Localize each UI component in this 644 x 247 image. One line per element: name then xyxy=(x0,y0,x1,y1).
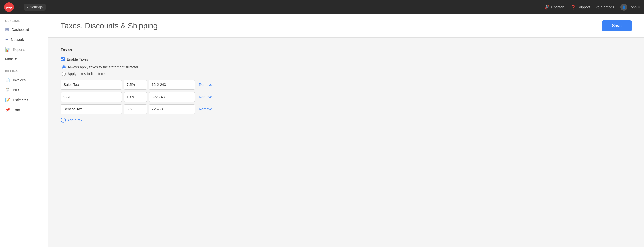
nav-actions: 🚀 Upgrade ❓ Support ⚙ Settings 👤 John ▾ xyxy=(544,4,640,11)
tax-code-input-2[interactable] xyxy=(149,92,195,102)
add-tax-button[interactable]: + Add a tax xyxy=(61,118,82,123)
sidebar-item-estimates-label: Estimates xyxy=(13,98,28,102)
track-icon: 📌 xyxy=(5,107,10,112)
invoices-icon: 📄 xyxy=(5,78,10,82)
sidebar-item-network[interactable]: ✦ Network xyxy=(0,34,48,44)
more-label: More xyxy=(5,57,13,61)
tax-name-input-1[interactable] xyxy=(61,80,122,90)
upgrade-action[interactable]: 🚀 Upgrade xyxy=(544,5,565,10)
upgrade-label: Upgrade xyxy=(551,5,565,9)
billing-section-title: BILLING xyxy=(0,70,48,75)
tax-rate-input-3[interactable] xyxy=(124,104,147,114)
enable-taxes-row: Enable Taxes xyxy=(61,57,632,61)
support-label: Support xyxy=(577,5,590,9)
taxes-section-title: Taxes xyxy=(61,48,632,52)
user-menu[interactable]: 👤 John ▾ xyxy=(620,4,640,11)
sidebar-item-dashboard[interactable]: ▦ Dashboard xyxy=(0,24,48,34)
sidebar-item-dashboard-label: Dashboard xyxy=(11,28,29,32)
tax-name-input-3[interactable] xyxy=(61,104,122,114)
radio-lineitems-label: Apply taxes to line items xyxy=(68,72,106,76)
radio-always-row: Always apply taxes to the statement subt… xyxy=(62,65,632,69)
tax-rate-input-1[interactable] xyxy=(124,80,147,90)
settings-action[interactable]: ⚙ Settings xyxy=(596,5,614,10)
sidebar-item-track[interactable]: 📌 Track xyxy=(0,105,48,115)
sidebar-divider xyxy=(0,67,48,67)
tax-rows: Remove Remove Remove xyxy=(61,80,632,114)
page-header: Taxes, Discounts & Shipping Save xyxy=(48,14,644,38)
sidebar-item-network-label: Network xyxy=(11,38,24,42)
estimates-icon: 📝 xyxy=(5,97,10,102)
logo-chevron-icon: ▾ xyxy=(18,6,20,9)
main-content: Taxes, Discounts & Shipping Save Taxes E… xyxy=(48,14,644,247)
support-icon: ❓ xyxy=(571,5,576,10)
sidebar-item-reports-label: Reports xyxy=(13,47,25,52)
remove-tax-button-2[interactable]: Remove xyxy=(197,95,214,99)
sidebar-item-invoices[interactable]: 📄 Invoices xyxy=(0,75,48,85)
tax-row: Remove xyxy=(61,104,632,114)
user-label: John xyxy=(629,5,637,9)
back-icon: ‹ xyxy=(27,5,28,9)
sidebar-item-bills-label: Bills xyxy=(13,88,19,92)
tax-code-input-1[interactable] xyxy=(149,80,195,90)
tax-rate-input-2[interactable] xyxy=(124,92,147,102)
sidebar-item-bills[interactable]: 📋 Bills xyxy=(0,85,48,95)
more-chevron-icon: ▾ xyxy=(15,57,17,61)
support-action[interactable]: ❓ Support xyxy=(571,5,590,10)
sidebar: GENERAL ▦ Dashboard ✦ Network 📊 Reports … xyxy=(0,14,48,247)
radio-lineitems-taxes[interactable] xyxy=(62,72,66,76)
reports-icon: 📊 xyxy=(5,47,10,52)
avatar: 👤 xyxy=(620,4,627,11)
more-toggle[interactable]: More ▾ xyxy=(0,54,48,64)
page-title: Taxes, Discounts & Shipping xyxy=(61,21,158,30)
radio-always-taxes[interactable] xyxy=(62,65,66,69)
logo[interactable]: pnp xyxy=(4,2,14,12)
back-button[interactable]: ‹ Settings xyxy=(24,4,46,11)
general-section-title: GENERAL xyxy=(0,19,48,24)
sidebar-item-invoices-label: Invoices xyxy=(13,78,26,82)
bills-icon: 📋 xyxy=(5,88,10,92)
layout: GENERAL ▦ Dashboard ✦ Network 📊 Reports … xyxy=(0,14,644,247)
user-chevron-icon: ▾ xyxy=(638,5,640,9)
tax-row: Remove xyxy=(61,80,632,90)
add-icon: + xyxy=(61,118,66,123)
radio-always-label: Always apply taxes to the statement subt… xyxy=(68,65,138,69)
tax-row: Remove xyxy=(61,92,632,102)
add-tax-label: Add a tax xyxy=(67,118,82,122)
save-button[interactable]: Save xyxy=(602,20,632,31)
sidebar-item-track-label: Track xyxy=(13,108,21,112)
top-nav: pnp ▾ ‹ Settings 🚀 Upgrade ❓ Support ⚙ S… xyxy=(0,0,644,14)
sidebar-item-estimates[interactable]: 📝 Estimates xyxy=(0,95,48,105)
sidebar-item-reports[interactable]: 📊 Reports xyxy=(0,44,48,54)
settings-nav-label: Settings xyxy=(601,5,614,9)
radio-lineitems-row: Apply taxes to line items xyxy=(62,72,632,76)
back-settings-label: Settings xyxy=(30,5,43,9)
upgrade-icon: 🚀 xyxy=(544,5,549,10)
enable-taxes-label: Enable Taxes xyxy=(67,57,88,61)
tax-name-input-2[interactable] xyxy=(61,92,122,102)
remove-tax-button-1[interactable]: Remove xyxy=(197,83,214,87)
network-icon: ✦ xyxy=(5,37,8,42)
settings-icon: ⚙ xyxy=(596,5,600,10)
remove-tax-button-3[interactable]: Remove xyxy=(197,107,214,111)
tax-code-input-3[interactable] xyxy=(149,104,195,114)
dashboard-icon: ▦ xyxy=(5,27,9,32)
content-area: Taxes Enable Taxes Always apply taxes to… xyxy=(48,38,644,133)
enable-taxes-checkbox[interactable] xyxy=(61,57,65,61)
